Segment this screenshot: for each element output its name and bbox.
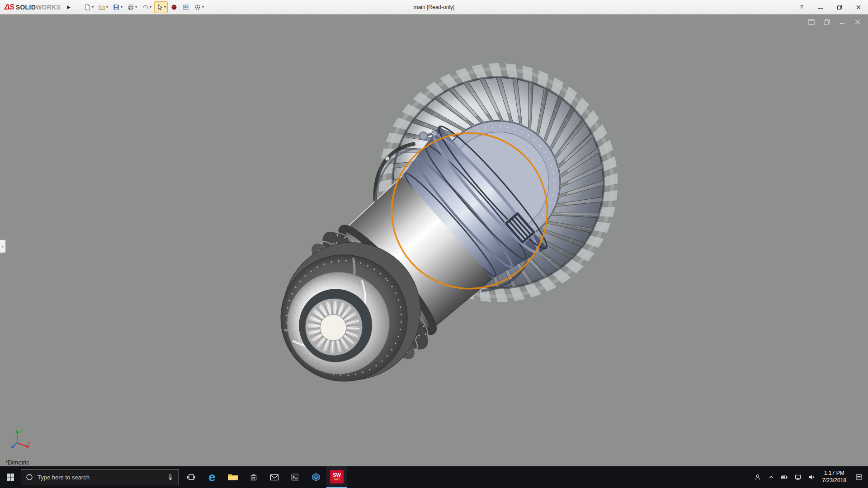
chevron-down-icon: ▾: [164, 5, 166, 9]
clock-time: 1:17 PM: [822, 470, 846, 477]
hexagon-app-button[interactable]: [306, 466, 326, 488]
task-view-button[interactable]: [181, 466, 202, 488]
doc-minimize-button[interactable]: [838, 18, 846, 25]
chevron-down-icon: ▾: [202, 5, 204, 9]
edge-button[interactable]: e: [202, 466, 222, 488]
battery-icon: [781, 474, 788, 481]
chevron-down-icon: ▾: [135, 5, 137, 9]
action-center-button[interactable]: [850, 466, 868, 488]
document-window-controls: [807, 18, 862, 25]
restore-button[interactable]: [830, 0, 849, 14]
edge-icon: e: [208, 471, 215, 483]
chevron-down-icon: ▾: [92, 5, 94, 9]
solidworks-icon-label: SW: [333, 473, 341, 478]
options-gear-icon: [194, 4, 201, 11]
print-icon: [127, 4, 134, 11]
solidworks-app-button[interactable]: SW 2017: [326, 466, 347, 488]
undo-icon: [142, 4, 149, 11]
clock-date: 7/23/2018: [822, 477, 846, 484]
new-document-icon: [84, 4, 91, 11]
battery-button[interactable]: [778, 466, 792, 488]
window-controls: ?: [792, 0, 868, 14]
save-button[interactable]: ▾: [111, 1, 124, 13]
brand-solid-text: SOLID: [16, 4, 36, 11]
brand-works-text: WORKS: [36, 4, 61, 11]
volume-icon: [808, 474, 816, 481]
dassault-logo-icon: ΔS: [5, 3, 14, 12]
store-icon: [250, 473, 258, 481]
network-icon: [794, 474, 802, 481]
doc-close-icon: [854, 19, 861, 25]
hidden-icons-chevron: [768, 474, 775, 481]
x-axis: [17, 443, 27, 446]
people-button[interactable]: [751, 466, 764, 488]
volume-button[interactable]: [805, 466, 819, 488]
file-explorer-button[interactable]: [222, 466, 243, 488]
store-button[interactable]: [243, 466, 264, 488]
search-input[interactable]: [38, 474, 162, 481]
view-orientation-label: *Dimetric: [5, 459, 29, 466]
mail-button[interactable]: [264, 466, 285, 488]
people-icon: [754, 474, 761, 481]
taskbar-search-box[interactable]: [21, 469, 179, 485]
windows-start-icon: [6, 473, 14, 481]
viewport-canvas[interactable]: ‹ Y X *Dimetric: [0, 14, 868, 466]
engine-3d-model[interactable]: [0, 14, 868, 466]
orientation-triad[interactable]: Y X: [9, 427, 33, 451]
select-tool-button[interactable]: ▾: [154, 1, 168, 13]
print-button[interactable]: ▾: [125, 1, 139, 13]
minimize-button[interactable]: [811, 0, 830, 14]
titlebar: ΔS SOLID WORKS ▶ ▾ ▾ ▾ ▾ ▾ ▾: [0, 0, 868, 14]
minimize-icon: [818, 5, 823, 10]
hexagon-app-icon: [311, 473, 321, 482]
chevron-down-icon: ▾: [150, 5, 151, 9]
new-document-button[interactable]: ▾: [82, 1, 95, 13]
appearance-button[interactable]: [169, 1, 179, 13]
y-axis-label: Y: [20, 429, 23, 434]
file-properties-icon: [182, 4, 189, 11]
cortana-circle-icon: [26, 474, 33, 481]
taskbar-clock[interactable]: 1:17 PM 7/23/2018: [819, 470, 850, 484]
task-view-icon: [187, 474, 196, 481]
quick-access-toolbar: ▾ ▾ ▾ ▾ ▾ ▾ ▾: [81, 0, 206, 14]
command-prompt-icon: [291, 473, 300, 481]
help-button[interactable]: ?: [792, 0, 811, 14]
select-arrow-icon: [156, 4, 163, 11]
open-button[interactable]: ▾: [96, 1, 110, 13]
appearance-sphere-icon: [170, 4, 178, 11]
windows-taskbar: e SW 2017 1:17: [0, 466, 868, 488]
menu-flyout-arrow[interactable]: ▶: [63, 3, 74, 11]
close-button[interactable]: [849, 0, 868, 14]
solidworks-icon: SW 2017: [330, 470, 344, 483]
open-icon: [98, 4, 105, 11]
start-button[interactable]: [0, 466, 21, 488]
x-axis-label: X: [28, 441, 31, 445]
hidden-icons-button[interactable]: [764, 466, 778, 488]
doc-cascade-icon: [824, 19, 830, 25]
mail-icon: [270, 474, 279, 481]
solidworks-logo: ΔS SOLID WORKS: [0, 3, 63, 12]
network-button[interactable]: [792, 466, 805, 488]
file-explorer-icon: [227, 473, 238, 482]
save-icon: [113, 4, 120, 11]
doc-cascade-button[interactable]: [823, 18, 831, 25]
task-pane-collapse-tab[interactable]: ‹: [0, 239, 6, 253]
file-properties-button[interactable]: [180, 1, 191, 13]
chevron-down-icon: ▾: [121, 5, 123, 9]
close-icon: [856, 5, 861, 10]
y-axis-arrow: [16, 429, 19, 433]
notifications-icon: [855, 474, 863, 481]
doc-minimize-icon: [839, 19, 845, 25]
system-tray: 1:17 PM 7/23/2018: [751, 466, 868, 488]
command-prompt-button[interactable]: [285, 466, 306, 488]
restore-icon: [837, 5, 842, 10]
options-button[interactable]: ▾: [192, 1, 206, 13]
chevron-down-icon: ▾: [106, 5, 108, 9]
microphone-icon[interactable]: [167, 474, 174, 481]
doc-new-window-icon: [808, 19, 815, 25]
chevron-left-icon: ‹: [2, 244, 3, 249]
z-axis: [13, 443, 17, 446]
doc-close-button[interactable]: [854, 18, 862, 25]
undo-button[interactable]: ▾: [140, 1, 153, 13]
doc-new-window-button[interactable]: [807, 18, 816, 25]
